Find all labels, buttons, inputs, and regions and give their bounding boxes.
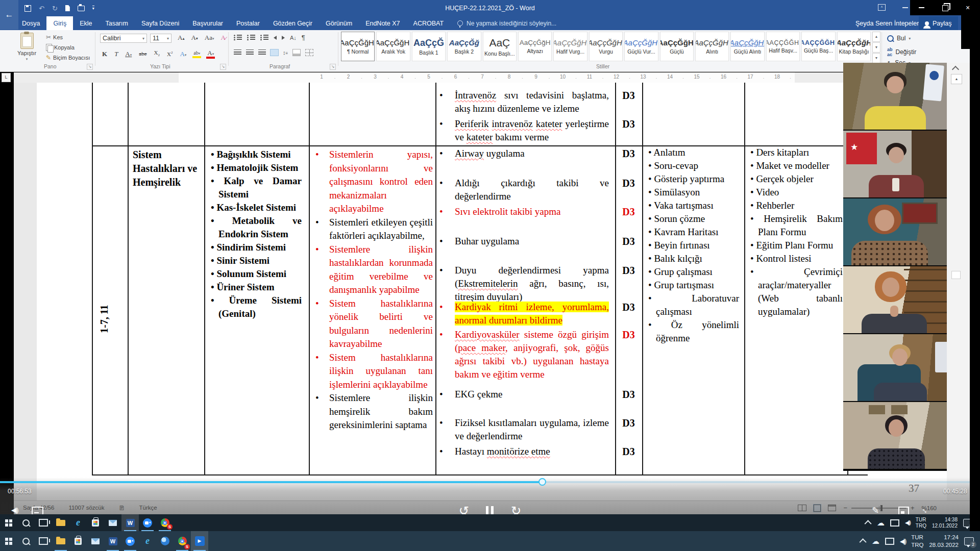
participant-video-3[interactable] <box>843 198 947 265</box>
ribbon-tab-ba-vurular[interactable]: Başvurular <box>186 16 230 30</box>
progress-bar-remaining[interactable] <box>543 481 980 483</box>
grow-font-icon[interactable]: A▴ <box>177 34 185 41</box>
paste-button[interactable]: Yapıştır▾ <box>17 33 36 61</box>
text-effects-icon[interactable]: A▾ <box>179 50 187 58</box>
video-panel-scrollbar[interactable]: ▲ <box>947 63 970 514</box>
tab-selector[interactable]: L <box>2 73 11 82</box>
scroll-thumb[interactable] <box>951 271 961 279</box>
tray-chevron-icon[interactable] <box>859 538 866 545</box>
strikethrough-button[interactable]: abe <box>138 51 148 57</box>
mail-button[interactable] <box>87 531 104 551</box>
clear-formatting-icon[interactable]: A̷ <box>220 34 227 41</box>
restore-icon[interactable] <box>942 5 948 11</box>
style-altyaz-[interactable]: AaÇçĞğHAltyazı <box>518 32 552 61</box>
rec-search-button[interactable] <box>17 514 35 531</box>
ribbon-tab-giri-[interactable]: Giriş <box>46 16 73 30</box>
ribbon-tab-acrobat[interactable]: ACROBAT <box>407 16 451 30</box>
share-button[interactable]: Paylaş <box>919 16 958 30</box>
styles-scroll-up-icon[interactable]: ▲ <box>872 32 880 42</box>
change-case-icon[interactable]: Aa▾ <box>204 34 215 41</box>
onedrive-cloud-icon[interactable]: ☁ <box>872 537 879 545</box>
ribbon-tab-g-zden-ge-ir[interactable]: Gözden Geçir <box>266 16 319 30</box>
undo-icon[interactable]: ↶ <box>39 5 44 12</box>
speaker-icon[interactable]: ◀)) <box>900 538 905 545</box>
style-g-l-al-nt-[interactable]: AaÇçĞğHıGüçlü Alıntı <box>730 32 764 61</box>
styles-scroll-down-icon[interactable]: ▼ <box>872 42 880 53</box>
subscript-button[interactable]: X2 <box>153 49 161 58</box>
font-dialog-launcher-icon[interactable]: ↘ <box>220 64 226 70</box>
participant-video-5[interactable] <box>843 334 947 401</box>
participant-video-4[interactable] <box>843 266 947 333</box>
signed-in-user[interactable]: Şeyda Seren İntepeler <box>855 16 919 30</box>
tray-chevron-icon[interactable] <box>865 520 872 527</box>
rec-meeting-app-button[interactable] <box>139 514 156 531</box>
ribbon-tab-ekle[interactable]: Ekle <box>73 16 99 30</box>
progress-handle[interactable] <box>538 478 546 486</box>
zoom-slider-handle[interactable] <box>880 505 883 511</box>
web-layout-icon[interactable] <box>828 505 836 511</box>
rec-word-button[interactable]: W <box>121 514 139 531</box>
new-document-icon[interactable] <box>65 5 70 11</box>
ribbon-tab-dosya[interactable]: Dosya <box>15 16 46 30</box>
word-minimize-icon[interactable] <box>902 7 908 8</box>
replace-button[interactable]: abac Değiştir <box>887 47 916 57</box>
clock[interactable]: 17:2428.03.2022 <box>929 534 959 548</box>
participant-video-2[interactable] <box>843 131 947 197</box>
scroll-up-chevron-icon[interactable] <box>952 66 959 73</box>
highlight-color-button[interactable]: ab▾ <box>192 50 201 58</box>
bullets-icon[interactable] <box>234 35 242 41</box>
sort-icon[interactable]: A↓ <box>290 35 297 41</box>
style-konu-ba-l-[interactable]: AaÇKonu Başlı... <box>483 32 517 61</box>
shading-icon[interactable] <box>292 49 301 56</box>
italic-button[interactable]: T <box>113 50 119 58</box>
speaker-icon[interactable]: ◀)) <box>905 519 910 526</box>
style-hafif-vurg-[interactable]: AaÇçĞğHıHafif Vurg... <box>553 32 587 61</box>
clipboard-dialog-launcher-icon[interactable]: ↘ <box>87 64 93 70</box>
start-button[interactable] <box>0 531 17 551</box>
print-layout-icon[interactable] <box>814 505 821 512</box>
rec-store-button[interactable] <box>87 514 104 531</box>
swirl-app-button[interactable] <box>156 531 174 551</box>
increase-indent-icon[interactable] <box>282 36 285 40</box>
copy-button[interactable]: Kopyala <box>46 44 75 51</box>
ribbon-tab-g-r-n-m[interactable]: Görünüm <box>319 16 359 30</box>
superscript-button[interactable]: X2 <box>166 51 174 58</box>
horizontal-ruler[interactable]: 1·2·3·4·5·6·7·8·9·10·11·12·13·14·15·16·1… <box>14 72 947 83</box>
ribbon-tab-postalar[interactable]: Postalar <box>230 16 266 30</box>
player-volume-button[interactable]: ◀)) <box>11 506 18 514</box>
styles-gallery-scroll[interactable]: ▲ ▼ ▼ <box>872 32 880 63</box>
proofing-icon[interactable]: 🖹 <box>119 505 125 512</box>
participant-video-1[interactable] <box>843 63 947 130</box>
style-al-nt-[interactable]: AaÇçĞğHıAlıntı <box>695 32 729 61</box>
pause-button[interactable] <box>486 506 494 515</box>
bold-button[interactable]: K <box>101 50 108 58</box>
save-icon[interactable] <box>24 5 31 12</box>
shrink-font-icon[interactable]: A▾ <box>190 34 199 41</box>
chrome-button[interactable]: S <box>174 531 191 551</box>
style-g-l-vur-[interactable]: AaÇçĞğHıGüçlü Vur... <box>624 32 658 61</box>
participant-video-6[interactable] <box>843 402 947 469</box>
rec-ie-button[interactable]: e <box>69 514 87 531</box>
notifications-icon[interactable]: 2 <box>964 537 974 545</box>
font-name-combo[interactable]: Calibri▾ <box>100 34 147 43</box>
borders-icon[interactable] <box>305 49 313 56</box>
style-ba-l-k-2[interactable]: AaÇçĞğBaşlık 2 <box>447 32 481 61</box>
rec-start-button[interactable] <box>0 514 17 531</box>
underline-button[interactable]: A▾ <box>124 50 133 58</box>
font-size-combo[interactable]: 11▾ <box>150 34 172 43</box>
style-g-l-[interactable]: AaÇçĞğHIGüçlü <box>660 32 694 61</box>
align-center-icon[interactable] <box>246 49 254 56</box>
ie-button[interactable]: e <box>139 531 156 551</box>
multilevel-list-icon[interactable] <box>260 35 268 41</box>
find-button[interactable]: Bul▾ <box>887 35 911 42</box>
tell-me-box[interactable]: Ne yapmak istediğinizi söyleyin... <box>457 16 556 30</box>
video-player-button[interactable]: ▶ <box>191 531 208 551</box>
rec-file-explorer-button[interactable] <box>52 514 69 531</box>
word-button[interactable]: W <box>104 531 121 551</box>
meeting-app-button[interactable] <box>121 531 139 551</box>
numbering-icon[interactable] <box>247 35 255 41</box>
line-spacing-icon[interactable]: ↕≡ <box>283 49 288 56</box>
store-button[interactable] <box>69 531 87 551</box>
language-indicator[interactable]: TURTRQ <box>911 534 923 548</box>
customize-qat-icon[interactable]: ▾ <box>92 6 94 11</box>
